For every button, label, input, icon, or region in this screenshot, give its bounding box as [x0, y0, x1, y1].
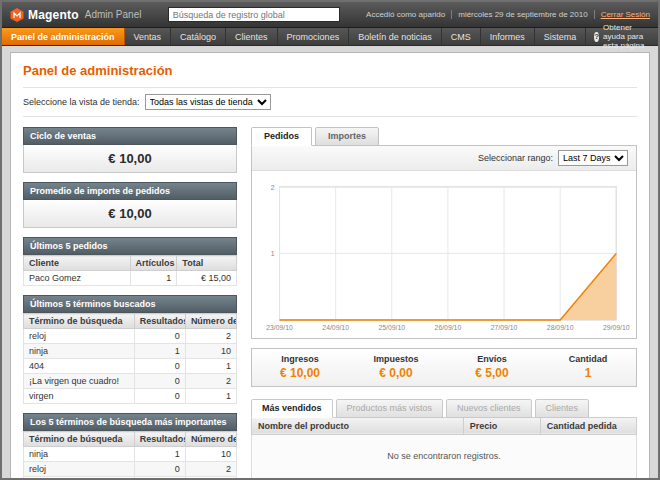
global-search-input[interactable] [168, 7, 340, 22]
table-row: reloj02 [24, 462, 237, 477]
orders-chart-svg: 23/09/1024/09/1025/09/1026/09/1027/09/10… [258, 179, 630, 336]
svg-text:26/09/10: 26/09/10 [435, 324, 462, 331]
nav-item-informes[interactable]: Informes [481, 28, 535, 45]
stat-value: € 5,00 [444, 366, 540, 380]
current-date: miércoles 29 de septiembre de 2010 [458, 10, 587, 19]
empty-message: No se encontraron registros. [252, 434, 637, 480]
stat-label: Ingresos [252, 354, 348, 364]
dashboard-main: Pedidos Importes Seleccionar rango: Last… [251, 127, 637, 480]
admin-window: Magento Admin Panel Accedió como aparido… [0, 0, 660, 480]
column-header: Cantidad pedida [540, 417, 636, 434]
separator [451, 10, 452, 19]
range-bar: Seleccionar rango: Last 7 Days [252, 146, 636, 171]
stat-label: Envíos [444, 354, 540, 364]
svg-text:2: 2 [271, 184, 275, 191]
separator [594, 10, 595, 19]
range-label: Seleccionar rango: [478, 153, 553, 163]
table-row: virgen01 [24, 389, 237, 404]
range-select[interactable]: Last 7 Days [558, 150, 628, 166]
nav-item-ventas[interactable]: Ventas [125, 28, 172, 45]
table-row: ninja110 [24, 447, 237, 462]
column-header: Número de usos [185, 314, 236, 329]
table-row: 40401 [24, 359, 237, 374]
store-view-switcher: Seleccione la vista de tienda: Todas las… [23, 87, 637, 117]
logged-in-as: Accedió como aparido [366, 10, 445, 19]
logout-link[interactable]: Cerrar Sesión [601, 10, 650, 19]
nav-item-cms[interactable]: CMS [442, 28, 481, 45]
last-orders-box: Últimos 5 pedidos Cliente Artículos Tota… [23, 237, 237, 286]
stat-ingresos: Ingresos € 10,00 [252, 354, 348, 380]
magento-logo-icon [10, 8, 24, 22]
totals-bar: Ingresos € 10,00 Impuestos € 0,00 Envíos… [251, 348, 637, 387]
top-search-title: Los 5 términos de búsqueda más important… [23, 413, 237, 431]
products-tabs: Más vendidos Productos más vistos Nuevos… [251, 399, 637, 418]
last-orders-table: Cliente Artículos Total Paco Gomez1€ 15,… [23, 255, 237, 286]
nav-item-promociones[interactable]: Promociones [278, 28, 350, 45]
column-header: Artículos [130, 256, 177, 271]
orders-panel: Seleccionar rango: Last 7 Days 23/09/102… [251, 145, 637, 339]
content-area: Panel de administración Seleccione la vi… [10, 52, 650, 480]
stat-label: Impuestos [348, 354, 444, 364]
nav-item-sistema[interactable]: Sistema [535, 28, 587, 45]
tab-nuevos-clientes[interactable]: Nuevos clientes [446, 399, 532, 418]
svg-text:23/09/10: 23/09/10 [266, 324, 293, 331]
average-orders-title: Promedio de importe de pedidos [23, 182, 237, 200]
svg-text:27/09/10: 27/09/10 [491, 324, 518, 331]
last-orders-title: Últimos 5 pedidos [23, 237, 237, 255]
tab-clientes[interactable]: Clientes [535, 399, 590, 418]
column-header: Total [177, 256, 237, 271]
products-table: Nombre del producto Precio Cantidad pedi… [251, 417, 637, 480]
empty-row: No se encontraron registros. [252, 434, 637, 480]
magento-logo[interactable]: Magento Admin Panel [10, 8, 141, 22]
dashboard-sidebar: Ciclo de ventas € 10,00 Promedio de impo… [23, 127, 237, 480]
last-search-box: Últimos 5 términos buscados Término de b… [23, 295, 237, 404]
lifetime-sales-box: Ciclo de ventas € 10,00 [23, 127, 237, 173]
table-row: ¡La virgen que cuadro!02 [24, 477, 237, 480]
store-view-label: Seleccione la vista de tienda: [23, 97, 140, 107]
logo-subtitle: Admin Panel [85, 9, 142, 20]
store-view-select[interactable]: Todas las vistas de tienda [145, 94, 271, 110]
chart-tabs: Pedidos Importes [251, 127, 637, 146]
svg-text:29/09/10: 29/09/10 [603, 324, 630, 331]
help-icon [594, 32, 599, 42]
stat-envios: Envíos € 5,00 [444, 354, 540, 380]
tab-mas-vendidos[interactable]: Más vendidos [251, 399, 333, 418]
top-header: Magento Admin Panel Accedió como aparido… [2, 2, 658, 28]
stat-impuestos: Impuestos € 0,00 [348, 354, 444, 380]
column-header: Término de búsqueda [24, 432, 135, 447]
svg-text:1: 1 [271, 250, 275, 257]
stat-value: € 10,00 [252, 366, 348, 380]
nav-item-boletin[interactable]: Boletín de noticias [349, 28, 442, 45]
lifetime-sales-title: Ciclo de ventas [23, 127, 237, 145]
svg-text:25/09/10: 25/09/10 [378, 324, 405, 331]
svg-text:28/09/10: 28/09/10 [547, 324, 574, 331]
page-title: Panel de administración [23, 63, 637, 78]
tab-productos-mas-vistos[interactable]: Productos más vistos [336, 399, 444, 418]
page-help-link[interactable]: Obtener ayuda para esta página [586, 28, 658, 45]
table-row: ¡La virgen que cuadro!02 [24, 374, 237, 389]
tab-pedidos[interactable]: Pedidos [251, 127, 312, 146]
column-header: Cliente [24, 256, 131, 271]
last-search-table: Término de búsqueda Resultados Número de… [23, 313, 237, 404]
column-header: Precio [463, 417, 540, 434]
last-search-title: Últimos 5 términos buscados [23, 295, 237, 313]
nav-item-clientes[interactable]: Clientes [226, 28, 278, 45]
logo-text: Magento [28, 8, 79, 22]
top-search-table: Término de búsqueda Resultados Número de… [23, 431, 237, 480]
stat-cantidad: Cantidad 1 [540, 354, 636, 380]
orders-chart: 23/09/1024/09/1025/09/1026/09/1027/09/10… [252, 171, 636, 338]
svg-text:24/09/10: 24/09/10 [322, 324, 349, 331]
average-orders-value: € 10,00 [23, 200, 237, 228]
user-info: Accedió como aparido miércoles 29 de sep… [366, 10, 650, 19]
table-row: Paco Gomez1€ 15,00 [24, 271, 237, 286]
column-header: Resultados [134, 314, 185, 329]
stat-value: € 0,00 [348, 366, 444, 380]
nav-item-catalogo[interactable]: Catálogo [171, 28, 226, 45]
global-search [141, 7, 366, 22]
column-header: Término de búsqueda [24, 314, 135, 329]
nav-item-dashboard[interactable]: Panel de administración [2, 28, 125, 45]
lifetime-sales-value: € 10,00 [23, 145, 237, 173]
stat-value: 1 [540, 366, 636, 380]
tab-importes[interactable]: Importes [315, 127, 379, 146]
main-nav: Panel de administración Ventas Catálogo … [2, 28, 658, 46]
